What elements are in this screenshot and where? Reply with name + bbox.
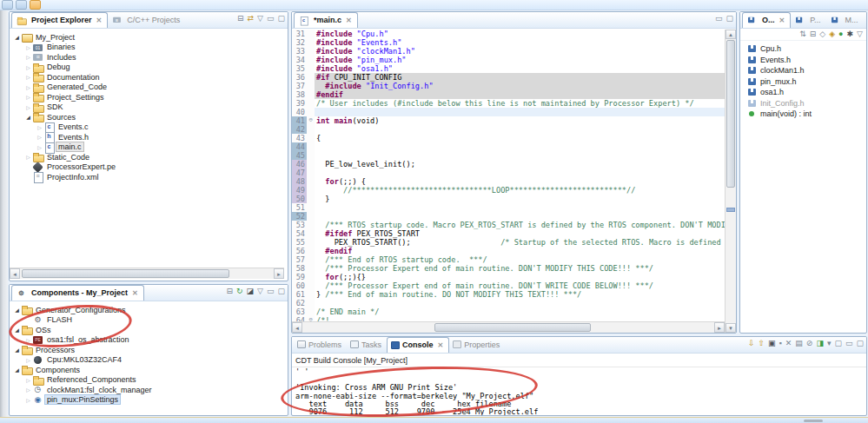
link-with-editor-icon[interactable]: ⇄	[248, 15, 255, 23]
minimize-icon[interactable]: ▭	[267, 288, 275, 295]
outline-item-cpu-h[interactable]: Cpu.h	[740, 43, 866, 55]
expand-arrow-icon[interactable]: ▷	[24, 387, 32, 393]
expand-arrow-icon[interactable]: ▷	[24, 154, 32, 160]
outline-item-main-void-int[interactable]: main(void) : int	[740, 109, 866, 120]
tab-main-c[interactable]: *main.c ✕	[294, 12, 358, 28]
view-menu-icon[interactable]: ▽	[257, 15, 263, 23]
expand-arrow-icon[interactable]: ▷	[24, 94, 32, 100]
close-icon[interactable]: ✕	[438, 341, 444, 349]
view-menu-icon[interactable]: ▽	[257, 288, 263, 295]
hide-fields-icon[interactable]: ◇	[819, 30, 825, 38]
tab-peripherals[interactable]: P...	[791, 12, 825, 28]
expand-arrow-icon[interactable]: ▷	[24, 397, 32, 403]
expand-arrow-icon[interactable]: ▷	[24, 64, 32, 70]
tab-properties[interactable]: Properties	[449, 337, 505, 353]
pin-console-icon[interactable]: ◨	[816, 340, 824, 347]
hscroll-thumb[interactable]	[434, 323, 591, 332]
expand-arrow-icon[interactable]: ▷	[24, 54, 32, 60]
hide-inactive-icon[interactable]: ✱	[847, 30, 854, 38]
tree-item-components[interactable]: ◢Components	[13, 365, 288, 375]
view-menu-icon[interactable]: ▽	[857, 30, 863, 38]
expand-arrow-icon[interactable]: ▷	[24, 74, 32, 80]
minimize-icon[interactable]: ▭	[845, 340, 853, 347]
clear-console-icon[interactable]: ▤	[795, 340, 803, 347]
tree-item-sdk[interactable]: ▷SDK	[13, 102, 288, 113]
hide-non-public-icon[interactable]: ●	[838, 30, 843, 38]
maximize-icon[interactable]: ▢	[277, 288, 285, 295]
vscroll-thumb[interactable]	[726, 40, 735, 188]
tab-problems[interactable]: Problems	[294, 337, 347, 353]
outline-item-init-config-h[interactable]: Init_Config.h	[740, 98, 866, 109]
minimize-icon[interactable]: ▭	[715, 15, 723, 23]
scroll-down-icon[interactable]: ▼	[726, 323, 736, 333]
expand-arrow-icon[interactable]: ▷	[36, 124, 43, 130]
tree-item-projectinfo-xml[interactable]: ProjectInfo.xml	[13, 172, 288, 182]
tree-item-processorexpert-pe[interactable]: ProcessorExpert.pe	[13, 162, 288, 173]
code-generation-settings-icon[interactable]: ◪	[247, 288, 255, 295]
tree-item-clockman1-fsl-clock-manager[interactable]: ▷clockMan1:fsl_clock_manager	[13, 385, 288, 395]
terminate-icon[interactable]: ▪	[779, 340, 782, 347]
scroll-right-icon[interactable]: ►	[714, 322, 725, 333]
expand-arrow-icon[interactable]: ▷	[36, 134, 43, 140]
tree-item-referenced-components[interactable]: ▷Referenced_Components	[13, 375, 288, 386]
tree-item-includes[interactable]: ▷Includes	[13, 52, 288, 63]
collapse-arrow-icon[interactable]: ◢	[13, 307, 21, 313]
tree-item-events-c[interactable]: ▷Events.c	[13, 122, 288, 133]
tree-item-cpu-mkl03z32caf4[interactable]: ▷Cpu:MKL03Z32CAF4	[13, 355, 288, 366]
collapse-arrow-icon[interactable]: ◢	[13, 347, 21, 353]
tree-item-binaries[interactable]: ▷Binaries	[13, 43, 288, 53]
minimize-icon[interactable]: ▭	[267, 15, 275, 23]
collapse-arrow-icon[interactable]: ◢	[13, 367, 21, 373]
expand-arrow-icon[interactable]: ▷	[24, 84, 32, 90]
hide-static-members-icon[interactable]: ◈	[829, 30, 835, 38]
expand-arrow-icon[interactable]: ▷	[24, 377, 32, 383]
tab-project-explorer[interactable]: Project Explorer ✕	[11, 12, 108, 28]
tree-item-events-h[interactable]: ▷Events.h	[13, 132, 288, 142]
tree-item-my-project[interactable]: ◢My_Project	[13, 32, 288, 43]
previous-error-icon[interactable]: ⇧	[759, 340, 765, 347]
generate-code-icon[interactable]: ↻	[236, 288, 243, 295]
outline-item-osa1-h[interactable]: osa1.h	[740, 87, 866, 98]
tab-templates[interactable]: T...	[864, 12, 867, 28]
close-icon[interactable]: ✕	[779, 17, 785, 24]
next-error-icon[interactable]: ⇩	[748, 340, 755, 347]
code-editor[interactable]: 31#include "Cpu.h"32#include "Events.h"3…	[292, 30, 725, 333]
maximize-icon[interactable]: ▢	[277, 15, 285, 23]
tab-components[interactable]: Components - My_Project ✕	[11, 285, 144, 301]
outline-item-clockman1-h[interactable]: clockMan1.h	[740, 65, 866, 76]
perspective-button-1[interactable]	[2, 0, 13, 10]
tree-item-pin-mux-pinsettings[interactable]: ▷pin_mux:PinSettings	[13, 395, 288, 406]
tree-item-main-c[interactable]: ▷main.c	[13, 142, 288, 153]
fold-collapse-icon[interactable]: ⊖	[307, 116, 315, 125]
collapse-arrow-icon[interactable]: ◢	[24, 114, 32, 120]
tab-tasks[interactable]: Tasks	[347, 337, 387, 353]
project-explorer-hscrollbar[interactable]: ◄ ►	[10, 268, 284, 279]
sash-handle[interactable]	[804, 420, 823, 422]
collapse-all-icon[interactable]: ⊟	[810, 30, 817, 38]
editor-vscrollbar[interactable]: ▲ ▼	[725, 30, 736, 333]
sort-icon[interactable]: ⇅	[799, 30, 806, 38]
collapse-all-icon[interactable]: ⊟	[226, 288, 233, 295]
expand-arrow-icon[interactable]: ▷	[36, 144, 43, 150]
tab-cpp-projects[interactable]: C/C++ Projects	[108, 12, 185, 28]
tree-item-debug[interactable]: ▷Debug	[13, 63, 288, 73]
scroll-lock-icon[interactable]: ⊘	[806, 340, 813, 347]
collapse-arrow-icon[interactable]: ◢	[13, 34, 21, 40]
expand-arrow-icon[interactable]: ▷	[24, 104, 32, 110]
maximize-icon[interactable]: ▢	[726, 15, 733, 23]
close-icon[interactable]: ✕	[132, 289, 138, 297]
perspective-button-2[interactable]	[16, 0, 27, 10]
expand-arrow-icon[interactable]: ▷	[24, 357, 32, 363]
scroll-left-icon[interactable]: ◄	[10, 268, 20, 279]
scroll-up-icon[interactable]: ▲	[726, 30, 736, 39]
expand-arrow-icon[interactable]: ▷	[24, 44, 32, 50]
editor-hscrollbar[interactable]: ◄ ►	[292, 321, 725, 333]
remove-launch-icon[interactable]: ✕	[785, 340, 792, 347]
scroll-left-icon[interactable]: ◄	[292, 322, 302, 333]
perspective-button-3[interactable]	[30, 0, 41, 10]
tab-make-target[interactable]: M...	[826, 12, 864, 28]
tab-outline[interactable]: O...✕	[742, 12, 791, 28]
scroll-right-icon[interactable]: ►	[274, 268, 284, 279]
close-icon[interactable]: ✕	[96, 17, 103, 24]
tree-item-sources[interactable]: ◢Sources	[13, 112, 288, 122]
